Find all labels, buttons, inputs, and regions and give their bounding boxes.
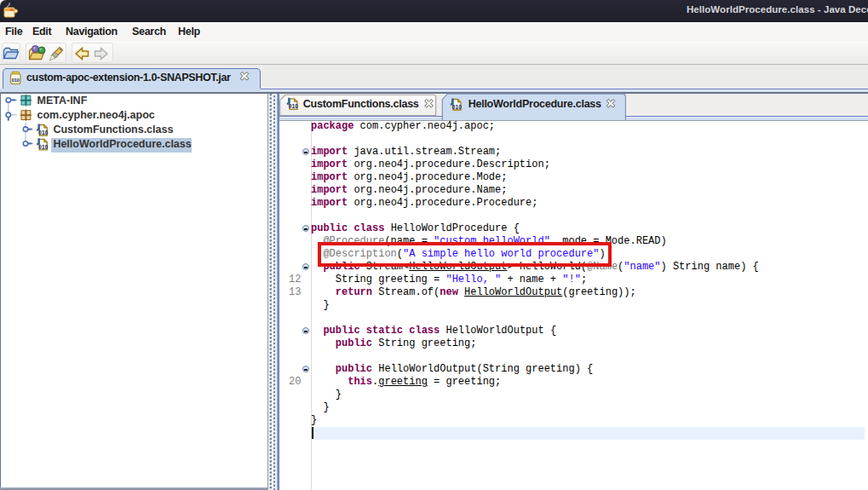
svg-text:010: 010: [12, 78, 20, 83]
